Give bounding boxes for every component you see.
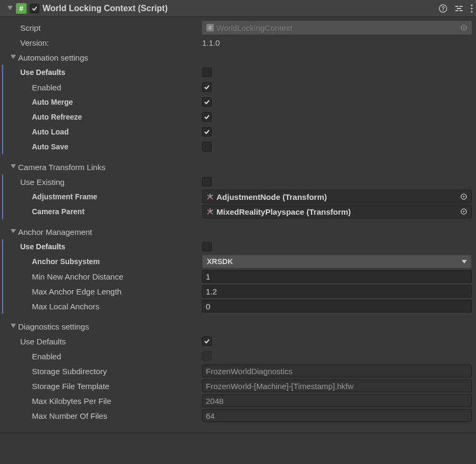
max-anchor-edge-len-label: Max Anchor Edge Length <box>32 287 121 296</box>
max-local-anchors-row: Max Local Anchors <box>0 299 476 314</box>
divider <box>0 433 476 433</box>
camera-parent-field[interactable]: MixedRealityPlayspace (Transform) <box>202 205 472 218</box>
diagnostics-heading-row[interactable]: Diagnostics settings <box>0 319 476 334</box>
anchor-use-defaults-row: Use Defaults <box>0 239 476 254</box>
automation-heading-row[interactable]: Automation settings <box>0 50 476 65</box>
use-defaults-label: Use Defaults <box>20 68 65 77</box>
script-label: Script <box>20 23 40 32</box>
adjustment-frame-field[interactable]: AdjustmentNode (Transform) <box>202 190 472 204</box>
min-new-anchor-dist-input[interactable] <box>202 270 472 283</box>
context-menu-icon[interactable] <box>471 4 473 13</box>
use-existing-checkbox[interactable] <box>202 177 212 187</box>
auto-load-label: Auto Load <box>32 128 69 136</box>
auto-refreeze-row: Auto Refreeze <box>0 109 476 124</box>
svg-marker-0 <box>7 6 13 10</box>
use-defaults-row: Use Defaults <box>0 65 476 80</box>
preset-icon[interactable] <box>455 4 463 13</box>
camera-parent-label: Camera Parent <box>32 207 85 216</box>
camera-heading-row[interactable]: Camera Transform Links <box>0 159 476 174</box>
anchor-heading: Anchor Management <box>18 227 92 237</box>
diag-use-defaults-row: Use Defaults <box>0 334 476 349</box>
auto-load-checkbox[interactable] <box>202 127 212 137</box>
svg-text:?: ? <box>441 6 445 12</box>
csharp-icon: # <box>206 23 214 32</box>
foldout-icon <box>11 229 16 234</box>
max-num-files-input <box>202 409 472 422</box>
transform-icon <box>206 207 214 216</box>
max-num-files-label: Max Number Of Files <box>32 411 107 420</box>
max-anchor-edge-len-row: Max Anchor Edge Length <box>0 284 476 299</box>
svg-point-10 <box>471 11 472 12</box>
svg-point-14 <box>463 27 465 29</box>
help-icon[interactable]: ? <box>439 4 447 13</box>
auto-merge-checkbox[interactable] <box>202 97 212 107</box>
adjustment-frame-row: Adjustment Frame AdjustmentNode (Transfo… <box>0 189 476 204</box>
auto-merge-row: Auto Merge <box>0 95 476 109</box>
transform-icon <box>206 192 214 201</box>
diag-use-defaults-label: Use Defaults <box>20 337 66 346</box>
foldout-icon <box>11 324 16 329</box>
script-object-field[interactable]: # WorldLockingContext <box>202 21 472 35</box>
max-kb-per-file-input <box>202 394 472 407</box>
auto-refreeze-checkbox[interactable] <box>202 112 212 122</box>
auto-save-label: Auto Save <box>32 142 68 151</box>
anchor-use-defaults-label: Use Defaults <box>20 242 65 251</box>
auto-load-row: Auto Load <box>0 124 476 139</box>
camera-parent-value: MixedRealityPlayspace (Transform) <box>216 207 456 216</box>
version-value: 1.1.0 <box>202 38 220 47</box>
diagnostics-heading: Diagnostics settings <box>18 322 89 331</box>
component-enable-checkbox[interactable] <box>30 4 39 13</box>
max-anchor-edge-len-input[interactable] <box>202 285 472 298</box>
storage-file-tmpl-label: Storage File Template <box>32 382 110 391</box>
camera-parent-row: Camera Parent MixedRealityPlayspace (Tra… <box>0 204 476 219</box>
svg-marker-22 <box>462 260 467 264</box>
max-kb-per-file-label: Max Kilobytes Per File <box>32 396 111 406</box>
storage-file-tmpl-input <box>202 379 472 392</box>
svg-marker-23 <box>11 324 16 328</box>
min-new-anchor-dist-label: Min New Anchor Distance <box>32 272 123 281</box>
anchor-heading-row[interactable]: Anchor Management <box>0 224 476 239</box>
max-local-anchors-input[interactable] <box>202 300 472 313</box>
svg-text:#: # <box>208 25 212 31</box>
anchor-subsystem-label: Anchor Subsystem <box>32 257 100 266</box>
enabled-row: Enabled <box>0 80 476 95</box>
enabled-checkbox[interactable] <box>202 82 212 92</box>
foldout-icon <box>11 55 16 60</box>
svg-point-8 <box>471 4 472 6</box>
svg-marker-15 <box>11 55 16 59</box>
storage-file-tmpl-row: Storage File Template <box>0 378 476 393</box>
version-row: Version: 1.1.0 <box>0 35 476 50</box>
storage-subdir-row: Storage Subdirectory <box>0 364 476 378</box>
anchor-subsystem-row: Anchor Subsystem XRSDK <box>0 254 476 269</box>
inspector-component: # World Locking Context (Script) ? Scrip… <box>0 0 476 433</box>
anchor-use-defaults-checkbox[interactable] <box>202 242 212 251</box>
max-local-anchors-label: Max Local Anchors <box>32 302 99 311</box>
component-header[interactable]: # World Locking Context (Script) ? <box>0 0 476 17</box>
diag-enabled-row: Enabled <box>0 349 476 364</box>
use-existing-label: Use Existing <box>20 178 64 187</box>
object-picker-icon[interactable] <box>458 22 469 33</box>
diag-enabled-label: Enabled <box>32 352 61 361</box>
min-new-anchor-dist-row: Min New Anchor Distance <box>0 269 476 284</box>
anchor-subsystem-dropdown[interactable]: XRSDK <box>202 255 472 268</box>
svg-point-20 <box>463 211 465 213</box>
camera-heading: Camera Transform Links <box>18 163 105 172</box>
foldout-icon <box>11 164 16 170</box>
svg-rect-6 <box>460 10 463 11</box>
anchor-subsystem-value: XRSDK <box>207 257 462 266</box>
auto-merge-label: Auto Merge <box>32 98 73 106</box>
object-picker-icon[interactable] <box>458 191 469 202</box>
auto-save-row: Auto Save <box>0 139 476 154</box>
svg-point-9 <box>471 7 472 9</box>
use-defaults-checkbox[interactable] <box>202 68 212 77</box>
component-title: World Locking Context (Script) <box>43 4 436 13</box>
adjustment-frame-value: AdjustmentNode (Transform) <box>216 192 456 201</box>
diag-enabled-checkbox <box>202 351 212 361</box>
diag-use-defaults-checkbox[interactable] <box>202 336 212 346</box>
script-value: WorldLockingContext <box>216 23 456 32</box>
auto-save-checkbox[interactable] <box>202 142 212 151</box>
dropdown-icon <box>462 259 467 264</box>
svg-rect-5 <box>455 10 458 11</box>
object-picker-icon[interactable] <box>458 206 469 217</box>
max-num-files-row: Max Number Of Files <box>0 408 476 423</box>
